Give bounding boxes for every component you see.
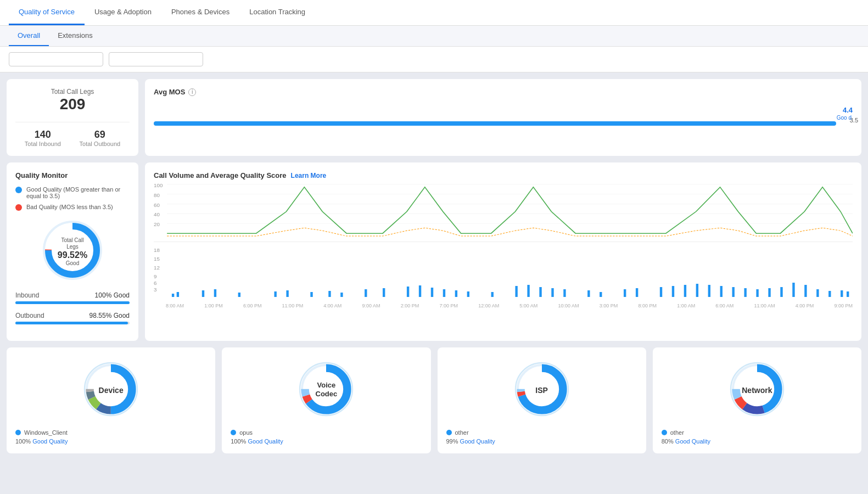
isp-legend-row-2: 99% Good Quality [446, 438, 495, 445]
svg-rect-56 [768, 288, 770, 297]
svg-rect-50 [696, 284, 698, 297]
total-call-legs-value: 209 [15, 96, 130, 113]
svg-text:15: 15 [154, 256, 160, 261]
svg-text:60: 60 [154, 202, 160, 207]
svg-rect-43 [587, 290, 590, 297]
total-call-legs-label: Total Call Legs [15, 88, 130, 96]
main-content: Total Call Legs 209 140 Total Inbound 69… [0, 72, 868, 460]
svg-text:6: 6 [154, 280, 156, 285]
svg-rect-55 [756, 289, 758, 297]
svg-rect-44 [600, 292, 602, 297]
call-volume-card: Call Volume and Average Quality Score Le… [145, 162, 861, 341]
qb-outbound-value: 98.55% Good [89, 312, 130, 319]
svg-rect-37 [491, 292, 494, 297]
svg-rect-47 [660, 287, 662, 297]
device-legend: Windows_Client 100% Good Quality [15, 429, 68, 445]
bar-chart-area: 18 15 12 9 6 3 [154, 245, 853, 300]
svg-rect-33 [431, 288, 433, 297]
isp-legend-item: other [455, 429, 469, 436]
qb-outbound-fill [15, 322, 128, 324]
network-legend-row-1: other [662, 429, 710, 436]
site-filter-input[interactable]: Site (All) [109, 52, 203, 66]
network-donut-wrapper: Network [724, 356, 790, 424]
svg-text:80: 80 [154, 192, 160, 198]
date-range-input[interactable]: 11/25/2021 - 12/01/2021 [9, 52, 103, 66]
svg-rect-38 [515, 286, 517, 297]
svg-rect-32 [419, 285, 421, 297]
svg-rect-49 [684, 285, 686, 297]
device-legend-row-1: Windows_Client [15, 429, 68, 436]
tab-location-tracking[interactable]: Location Tracking [239, 0, 315, 25]
svg-rect-45 [624, 289, 626, 297]
avg-mos-title: Avg MOS i [154, 88, 853, 96]
svg-rect-57 [780, 287, 782, 297]
stats-card: Total Call Legs 209 140 Total Inbound 69… [7, 79, 138, 156]
voice-codec-legend-row-1: opus [231, 429, 283, 436]
svg-text:12: 12 [154, 265, 160, 270]
svg-rect-29 [365, 289, 367, 297]
inbound-value: 140 [25, 129, 61, 141]
tab-usage-adoption[interactable]: Usage & Adoption [85, 0, 161, 25]
tab-overall[interactable]: Overall [9, 26, 49, 46]
network-legend-item: other [670, 429, 684, 436]
avg-mos-value: 4.4 [843, 106, 853, 114]
tab-phones-devices[interactable]: Phones & Devices [161, 0, 239, 25]
svg-rect-26 [310, 292, 312, 297]
quality-bar-outbound: Outbound 98.55% Good [15, 312, 130, 324]
legend-bad-label: Bad Quality (MOS less than 3.5) [26, 204, 113, 210]
isp-card: ISP other 99% Good Quality [438, 347, 646, 453]
svg-rect-20 [177, 292, 179, 297]
voice-codec-legend-row-2: 100% Good Quality [231, 438, 283, 445]
svg-rect-58 [792, 283, 794, 297]
svg-rect-51 [708, 285, 710, 297]
sub-nav: Overall Extensions [0, 26, 868, 47]
svg-rect-27 [328, 291, 331, 297]
outbound-stat: 69 Total Outbound [80, 129, 121, 147]
avg-mos-card: Avg MOS i 4.4 Goo d [145, 79, 861, 156]
tab-quality-of-service[interactable]: Quality of Service [9, 0, 85, 25]
legend-bad: Bad Quality (MOS less than 3.5) [15, 204, 130, 211]
quality-donut-wrapper: Total Call Legs 99.52% Good [40, 217, 105, 285]
learn-more-link[interactable]: Learn More [291, 172, 327, 179]
svg-rect-42 [563, 289, 565, 297]
qb-outbound-label: Outbound [15, 312, 44, 319]
top-nav: Quality of Service Usage & Adoption Phon… [0, 0, 868, 26]
svg-rect-31 [407, 287, 409, 297]
voice-codec-donut-label: VoiceCodec [316, 381, 338, 400]
tab-extensions[interactable]: Extensions [49, 26, 102, 46]
qb-inbound-label: Inbound [15, 291, 39, 299]
svg-rect-54 [744, 288, 746, 297]
isp-legend: other 99% Good Quality [446, 429, 495, 445]
sub-stats: 140 Total Inbound 69 Total Outbound [15, 122, 130, 147]
svg-text:20: 20 [154, 222, 160, 227]
avg-mos-sublabel: Goo d [837, 115, 852, 121]
quality-donut-label: Total Call Legs 99.52% Good [56, 237, 89, 266]
legend-good-label: Good Quality (MOS greater than or equal … [26, 186, 130, 199]
svg-text:40: 40 [154, 212, 160, 217]
svg-rect-39 [527, 285, 529, 297]
legend-good-dot [15, 187, 22, 193]
qb-inbound-fill [15, 301, 130, 304]
quality-bar-inbound: Inbound 100% Good [15, 291, 130, 304]
line-chart-area: 100 80 60 40 20 [154, 182, 853, 242]
svg-rect-48 [672, 286, 674, 297]
device-donut-label: Device [99, 386, 124, 395]
avg-mos-chart: 4.4 Goo d [154, 102, 853, 145]
line-chart-svg: 100 80 60 40 20 [154, 182, 853, 242]
network-donut-label: Network [742, 386, 772, 395]
quality-bars: Inbound 100% Good Outbound 98.55% Good [15, 291, 130, 324]
svg-rect-24 [274, 291, 276, 297]
svg-rect-60 [816, 289, 819, 297]
svg-rect-22 [214, 289, 216, 297]
voice-codec-donut-wrapper: VoiceCodec [293, 356, 359, 424]
svg-rect-23 [238, 293, 240, 297]
svg-rect-46 [636, 288, 638, 297]
outbound-label: Total Outbound [80, 141, 121, 147]
qb-outbound-bar [15, 322, 130, 324]
svg-rect-30 [383, 288, 385, 297]
svg-rect-62 [841, 290, 843, 297]
top-row: Total Call Legs 209 140 Total Inbound 69… [7, 79, 861, 156]
filter-bar: 11/25/2021 - 12/01/2021 Site (All) [0, 47, 868, 72]
svg-rect-59 [804, 285, 807, 297]
network-card: Network other 80% Good Quality [653, 347, 861, 453]
